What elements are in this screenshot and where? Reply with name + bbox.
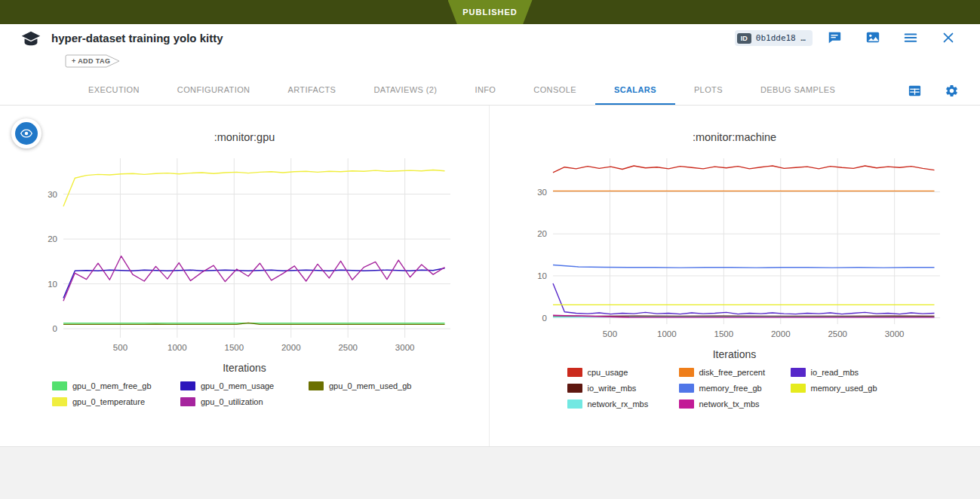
- legend-label: gpu_0_utilization: [201, 397, 263, 406]
- legend-item-io_read_mbs[interactable]: io_read_mbs: [791, 368, 902, 377]
- tab-bar: EXECUTION CONFIGURATION ARTIFACTS DATAVI…: [0, 75, 980, 106]
- legend-item-gpu_0_utilization[interactable]: gpu_0_utilization: [180, 397, 309, 406]
- svg-text:30: 30: [48, 190, 57, 199]
- tab-bar-actions: [908, 84, 959, 98]
- svg-text:0: 0: [542, 314, 547, 323]
- add-tag-label: + ADD TAG: [72, 57, 110, 65]
- tab-debug-samples[interactable]: DEBUG SAMPLES: [742, 75, 854, 105]
- legend-swatch: [180, 381, 195, 390]
- tab-configuration[interactable]: CONFIGURATION: [158, 75, 269, 105]
- legend-item-cpu_usage[interactable]: cpu_usage: [567, 368, 679, 377]
- legend-label: memory_used_gb: [811, 384, 877, 393]
- svg-text:500: 500: [112, 343, 127, 352]
- legend-swatch: [180, 397, 195, 406]
- legend-item-io_write_mbs[interactable]: io_write_mbs: [567, 384, 679, 393]
- tabs-group: EXECUTION CONFIGURATION ARTIFACTS DATAVI…: [69, 75, 854, 105]
- eye-icon: [15, 122, 38, 145]
- id-chip: ID: [737, 33, 751, 44]
- published-status-badge: PUBLISHED: [448, 0, 533, 24]
- legend-item-memory_free_gb[interactable]: memory_free_gb: [679, 384, 791, 393]
- machine-chart-legend: cpu_usagedisk_free_percentio_read_mbsio_…: [567, 368, 902, 415]
- svg-text:1500: 1500: [714, 329, 734, 338]
- machine-chart-title: :monitor:machine: [490, 131, 979, 143]
- gpu-chart-title: :monitor:gpu: [0, 131, 489, 143]
- tab-plots[interactable]: PLOTS: [675, 75, 742, 105]
- svg-text:2000: 2000: [771, 329, 791, 338]
- legend-item-network_tx_mbs[interactable]: network_tx_mbs: [679, 400, 791, 409]
- close-icon[interactable]: [941, 30, 956, 45]
- svg-text:2000: 2000: [281, 343, 300, 352]
- tab-info[interactable]: INFO: [456, 75, 515, 105]
- gpu-chart-panel: :monitor:gpu 010203050010001500200025003…: [0, 106, 490, 446]
- comment-icon[interactable]: [827, 30, 842, 45]
- menu-icon[interactable]: [903, 30, 918, 45]
- experiment-title: hyper-dataset training yolo kitty: [51, 32, 223, 44]
- legend-item-gpu_0_mem_used_gb[interactable]: gpu_0_mem_used_gb: [309, 381, 437, 390]
- legend-label: io_write_mbs: [588, 384, 637, 393]
- legend-swatch: [567, 384, 582, 393]
- svg-text:3000: 3000: [885, 329, 905, 338]
- app-header: hyper-dataset training yolo kitty + ADD …: [0, 24, 980, 75]
- machine-chart-panel: :monitor:machine 01020305001000150020002…: [490, 106, 979, 446]
- svg-text:1500: 1500: [224, 343, 244, 352]
- logo-icon: [20, 29, 42, 51]
- footer-strip: [0, 446, 980, 499]
- svg-text:2500: 2500: [828, 329, 847, 338]
- svg-text:1000: 1000: [657, 329, 677, 338]
- tab-scalars[interactable]: SCALARS: [595, 75, 675, 105]
- svg-text:500: 500: [603, 329, 617, 338]
- machine-xaxis-label: Iterations: [490, 348, 979, 360]
- svg-text:10: 10: [537, 271, 547, 280]
- legend-item-network_rx_mbs[interactable]: network_rx_mbs: [567, 400, 679, 409]
- svg-text:2500: 2500: [338, 343, 358, 352]
- legend-label: gpu_0_mem_used_gb: [329, 381, 411, 390]
- svg-text:1000: 1000: [167, 343, 187, 352]
- legend-item-disk_free_percent[interactable]: disk_free_percent: [679, 368, 791, 377]
- legend-item-memory_used_gb[interactable]: memory_used_gb: [791, 384, 902, 393]
- tab-dataviews[interactable]: DATAVIEWS (2): [355, 75, 456, 105]
- table-view-icon[interactable]: [908, 84, 922, 98]
- svg-text:20: 20: [537, 229, 547, 238]
- legend-label: memory_free_gb: [699, 384, 762, 393]
- tab-execution[interactable]: EXECUTION: [69, 75, 158, 105]
- svg-text:0: 0: [52, 324, 57, 333]
- add-tag-button[interactable]: + ADD TAG: [65, 54, 121, 68]
- tab-console[interactable]: CONSOLE: [515, 75, 595, 105]
- top-status-banner: PUBLISHED: [0, 0, 980, 24]
- legend-item-gpu_0_temperature[interactable]: gpu_0_temperature: [52, 397, 180, 406]
- gpu-xaxis-label: Iterations: [0, 362, 489, 374]
- legend-swatch: [309, 381, 324, 390]
- scalars-content: :monitor:gpu 010203050010001500200025003…: [0, 106, 980, 446]
- experiment-id-badge[interactable]: ID 0b1dde18 …: [735, 30, 813, 46]
- legend-item-gpu_0_mem_usage[interactable]: gpu_0_mem_usage: [180, 381, 309, 390]
- legend-label: gpu_0_mem_usage: [201, 381, 274, 390]
- clearml-logo[interactable]: [20, 29, 42, 51]
- legend-swatch: [52, 381, 67, 390]
- svg-text:30: 30: [537, 188, 547, 197]
- svg-text:20: 20: [48, 234, 57, 243]
- legend-swatch: [52, 397, 67, 406]
- svg-text:10: 10: [48, 280, 57, 289]
- settings-gear-icon[interactable]: [945, 84, 959, 98]
- legend-label: io_read_mbs: [811, 368, 859, 377]
- legend-item-gpu_0_mem_free_gb[interactable]: gpu_0_mem_free_gb: [52, 381, 180, 390]
- machine-chart-plot[interactable]: 010203050010001500200025003000: [521, 152, 948, 342]
- legend-swatch: [679, 400, 694, 409]
- legend-swatch: [791, 384, 806, 393]
- gpu-chart-plot[interactable]: 010203050010001500200025003000: [32, 152, 458, 356]
- legend-label: gpu_0_mem_free_gb: [72, 381, 152, 390]
- legend-swatch: [791, 368, 806, 377]
- tab-artifacts[interactable]: ARTIFACTS: [269, 75, 355, 105]
- svg-text:3000: 3000: [395, 343, 414, 352]
- id-value: 0b1dde18 …: [756, 33, 806, 43]
- legend-swatch: [567, 368, 582, 377]
- toggle-metrics-visibility-button[interactable]: [11, 118, 41, 148]
- gpu-chart-legend: gpu_0_mem_free_gbgpu_0_mem_usagegpu_0_me…: [52, 381, 437, 413]
- legend-swatch: [679, 368, 694, 377]
- legend-label: gpu_0_temperature: [72, 397, 145, 406]
- image-icon[interactable]: [865, 30, 880, 45]
- legend-label: network_rx_mbs: [588, 400, 649, 409]
- legend-label: disk_free_percent: [699, 368, 765, 377]
- legend-label: cpu_usage: [588, 368, 628, 377]
- legend-swatch: [679, 384, 694, 393]
